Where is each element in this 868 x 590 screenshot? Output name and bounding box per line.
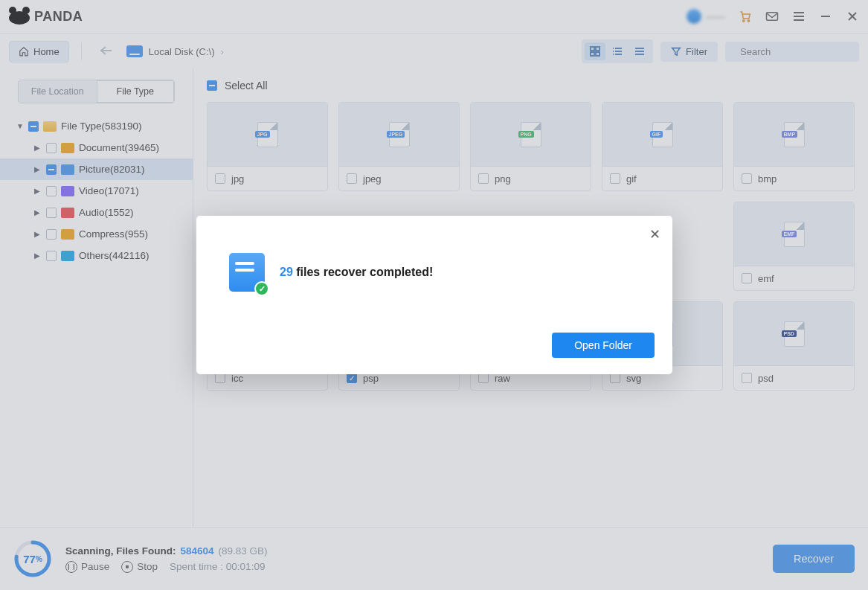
grid-view-button[interactable] xyxy=(585,42,605,60)
tree-item-compress[interactable]: ▶ Compress(955) xyxy=(0,223,193,245)
progress-ring: 77% xyxy=(13,539,52,578)
checkbox[interactable] xyxy=(742,173,752,184)
title-bar: PANDA —— xyxy=(0,0,868,33)
files-found-count: 584604 xyxy=(181,545,214,557)
checkbox[interactable] xyxy=(46,164,57,175)
file-type-label: emf xyxy=(758,273,774,284)
close-icon[interactable] xyxy=(846,10,859,23)
filter-label: Filter xyxy=(686,46,707,57)
user-chip[interactable]: —— xyxy=(687,9,725,24)
compress-icon xyxy=(61,229,74,240)
checkbox[interactable] xyxy=(207,80,217,91)
tree-label: Audio(1552) xyxy=(79,207,134,218)
grid-cell[interactable]: JPEG jpeg xyxy=(338,102,460,191)
home-button[interactable]: Home xyxy=(9,41,69,62)
checkbox[interactable] xyxy=(46,186,57,196)
tree-item-others[interactable]: ▶ Others(442116) xyxy=(0,245,193,266)
file-type-label: jpeg xyxy=(363,173,382,185)
checkbox[interactable] xyxy=(742,273,752,283)
dialog-close-button[interactable]: ✕ xyxy=(649,226,660,243)
stop-icon: ■ xyxy=(121,561,133,573)
tree-label: Video(17071) xyxy=(79,185,139,196)
tree-label: Compress(955) xyxy=(79,228,148,240)
cart-icon[interactable] xyxy=(739,10,752,23)
tree-label: Others(442116) xyxy=(79,250,150,261)
tree-label: File Type(583190) xyxy=(61,121,142,132)
detail-view-button[interactable] xyxy=(607,42,628,60)
recovered-count: 29 xyxy=(280,266,293,278)
menu-icon[interactable] xyxy=(792,10,806,23)
checkbox[interactable] xyxy=(46,208,57,218)
search-input[interactable] xyxy=(740,46,865,57)
caret-right-icon: ▶ xyxy=(34,187,42,195)
recover-button[interactable]: Recover xyxy=(773,545,855,573)
search-box[interactable] xyxy=(725,42,859,62)
grid-cell[interactable]: BMP bmp xyxy=(733,102,855,191)
checkbox[interactable] xyxy=(478,373,489,383)
tab-file-location[interactable]: File Location xyxy=(19,80,97,103)
checkbox[interactable] xyxy=(347,373,357,383)
progress-unit: % xyxy=(36,555,42,563)
grid-cell[interactable]: JPG jpg xyxy=(207,102,328,191)
disk-icon xyxy=(126,45,143,57)
mail-icon[interactable] xyxy=(765,10,779,23)
checkbox[interactable] xyxy=(347,173,357,184)
svg-rect-12 xyxy=(596,52,599,56)
back-button[interactable] xyxy=(94,45,119,58)
pause-button[interactable]: ❙❙Pause xyxy=(65,561,109,573)
document-icon xyxy=(61,143,74,153)
breadcrumb[interactable]: Local Disk (C:\) › xyxy=(126,45,224,57)
grid-cell[interactable]: EMF emf xyxy=(733,202,855,291)
recovery-complete-dialog: ✕ ✓ 29 files recover completed! Open Fol… xyxy=(196,216,672,374)
tree-item-audio[interactable]: ▶ Audio(1552) xyxy=(0,202,193,223)
file-icon: PNG xyxy=(521,122,541,147)
filter-button[interactable]: Filter xyxy=(660,42,718,62)
stop-button[interactable]: ■Stop xyxy=(121,561,158,573)
file-icon: PSD xyxy=(784,321,805,347)
checkbox[interactable] xyxy=(610,373,620,383)
footer-bar: 77% Scanning, Files Found: 584604 (89.83… xyxy=(0,527,868,590)
list-view-button[interactable] xyxy=(629,42,650,60)
tree-label: Picture(82031) xyxy=(79,164,145,175)
open-folder-button[interactable]: Open Folder xyxy=(552,333,655,358)
file-icon: JPEG xyxy=(389,122,410,147)
home-label: Home xyxy=(33,46,60,57)
svg-rect-10 xyxy=(596,47,599,51)
document-success-icon: ✓ xyxy=(229,253,265,292)
svg-rect-9 xyxy=(591,47,594,51)
file-thumbnail: PSD xyxy=(734,302,854,366)
grid-cell[interactable]: GIF gif xyxy=(602,102,723,191)
checkbox[interactable] xyxy=(610,173,620,184)
caret-right-icon: ▶ xyxy=(34,165,42,173)
tree-root[interactable]: ▼ File Type(583190) xyxy=(0,115,193,137)
file-icon: GIF xyxy=(652,122,673,147)
file-thumbnail: EMF xyxy=(734,202,854,266)
caret-right-icon: ▶ xyxy=(34,144,42,152)
checkbox[interactable] xyxy=(28,121,39,132)
file-thumbnail: BMP xyxy=(734,103,854,167)
checkbox[interactable] xyxy=(46,229,57,240)
select-all-row[interactable]: Select All xyxy=(207,80,855,92)
checkbox[interactable] xyxy=(215,373,225,383)
tree-item-video[interactable]: ▶ Video(17071) xyxy=(0,180,193,202)
tree-item-picture[interactable]: ▶ Picture(82031) xyxy=(0,158,193,180)
svg-point-1 xyxy=(748,20,749,22)
file-thumbnail: JPG xyxy=(208,103,327,167)
grid-cell[interactable]: PSD psd xyxy=(733,301,855,391)
checkbox[interactable] xyxy=(742,373,752,383)
file-thumbnail: GIF xyxy=(602,103,722,167)
svg-rect-11 xyxy=(591,52,594,56)
checkbox[interactable] xyxy=(478,173,489,184)
tree-item-document[interactable]: ▶ Document(39465) xyxy=(0,137,193,158)
toolbar: Home Local Disk (C:\) › Filter xyxy=(0,33,868,69)
file-thumbnail: PNG xyxy=(471,103,591,167)
minimize-icon[interactable] xyxy=(819,10,832,23)
checkbox[interactable] xyxy=(215,173,225,184)
tab-file-type[interactable]: File Type xyxy=(97,80,175,103)
checkbox[interactable] xyxy=(46,251,57,261)
video-icon xyxy=(61,186,74,196)
grid-cell[interactable]: PNG png xyxy=(470,102,591,191)
view-mode-group xyxy=(582,39,653,63)
picture-icon xyxy=(61,164,74,175)
checkbox[interactable] xyxy=(46,143,57,153)
